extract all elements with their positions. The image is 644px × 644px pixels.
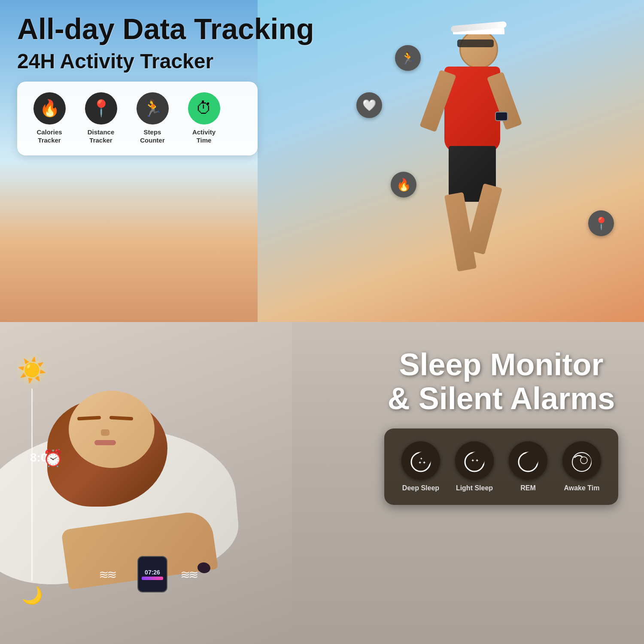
runner-floating-icon: 🏃 xyxy=(395,45,421,71)
flame-floating-icon: 🔥 xyxy=(391,172,416,197)
activity-icon: ⏱ xyxy=(196,99,212,118)
distance-icon-circle: 📍 xyxy=(85,92,117,125)
calories-icon: 🔥 xyxy=(39,99,60,118)
steps-label: Steps Counter xyxy=(140,128,165,145)
light-sleep-icon: ✦ ✦ xyxy=(463,449,486,473)
deep-sleep-icon: ✦ ✦ ✦ xyxy=(409,449,433,473)
feature-steps: 🏃 Steps Counter xyxy=(133,92,172,145)
sun-icon: ☀️ xyxy=(17,356,47,384)
main-title: All-day Data Tracking xyxy=(17,13,627,45)
heart-floating-icon: 🤍 xyxy=(356,92,382,118)
feature-calories: 🔥 Calories Tracker xyxy=(30,92,69,145)
top-content: All-day Data Tracking 24H Activity Track… xyxy=(0,0,644,168)
calories-icon-circle: 🔥 xyxy=(33,92,66,125)
rem-icon xyxy=(516,449,540,473)
steps-icon: 🏃 xyxy=(143,99,163,118)
activity-label: Activity Time xyxy=(192,128,216,145)
distance-label: Distance Tracker xyxy=(88,128,115,145)
light-sleep-label: Light Sleep xyxy=(456,484,493,492)
pin-floating-icon: 📍 xyxy=(588,210,614,236)
svg-text:✦ ✦: ✦ ✦ xyxy=(418,460,426,465)
alarm-icon: ⏰ xyxy=(43,449,63,468)
sleep-text-area: Sleep Monitor & Silent Alarms ✦ ✦ ✦ Deep… xyxy=(384,348,618,505)
deep-sleep-icon-circle: ✦ ✦ ✦ xyxy=(401,441,440,480)
watch-time-display: 07:26 xyxy=(145,569,160,576)
distance-icon: 📍 xyxy=(91,99,111,118)
timeline-line xyxy=(31,389,33,581)
svg-text:✦ ✦: ✦ ✦ xyxy=(471,458,479,463)
person-figure xyxy=(34,365,197,502)
feature-light-sleep: ✦ ✦ Light Sleep xyxy=(453,441,496,492)
rem-icon-circle xyxy=(509,441,547,480)
svg-point-12 xyxy=(580,457,587,464)
light-sleep-icon-circle: ✦ ✦ xyxy=(455,441,494,480)
feature-deep-sleep: ✦ ✦ ✦ Deep Sleep xyxy=(399,441,442,492)
feature-distance: 📍 Distance Tracker xyxy=(82,92,120,145)
rem-label: REM xyxy=(520,484,536,492)
watch-bar xyxy=(142,577,163,580)
deep-sleep-label: Deep Sleep xyxy=(402,484,439,492)
moon-icon: 🌙 xyxy=(21,585,43,605)
steps-icon-circle: 🏃 xyxy=(137,92,169,125)
feature-awake: Awake Tim xyxy=(560,441,603,492)
awake-label: Awake Tim xyxy=(564,484,599,492)
sleep-title: Sleep Monitor & Silent Alarms xyxy=(384,348,618,416)
awake-icon-circle xyxy=(562,441,601,480)
vibration-right: ≋≋ xyxy=(180,568,197,582)
sleep-features-card: ✦ ✦ ✦ Deep Sleep ✦ ✦ Light Sleep xyxy=(384,428,618,505)
bottom-section: 07:26 ≋≋ ≋≋ ☀️ 🌙 8:00 ⏰ Sleep Monitor & … xyxy=(0,322,644,644)
features-card: 🔥 Calories Tracker 📍 Distance Tracker xyxy=(17,82,258,155)
calories-label: Calories Tracker xyxy=(36,128,62,145)
top-section: 🏃 🤍 🔥 📍 All-day Data Tracking 24H Activi… xyxy=(0,0,644,322)
svg-point-9 xyxy=(523,452,538,467)
feature-activity: ⏱ Activity Time xyxy=(185,92,223,145)
smartwatch-display: 07:26 xyxy=(137,556,167,592)
vibration-left: ≋≋ xyxy=(99,568,115,582)
activity-icon-circle: ⏱ xyxy=(188,92,220,125)
feature-rem: REM xyxy=(507,441,550,492)
activity-tracker-subtitle: 24H Activity Tracker xyxy=(17,49,627,73)
svg-text:✦: ✦ xyxy=(419,457,422,461)
awake-icon xyxy=(570,449,594,473)
sleep-timeline: ☀️ 🌙 xyxy=(17,356,47,605)
